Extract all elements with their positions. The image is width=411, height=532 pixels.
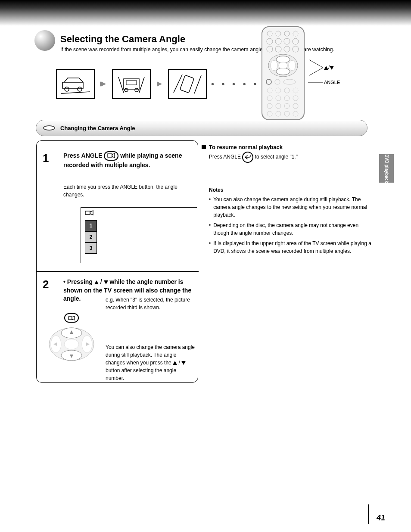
step2-head-before: • Pressing xyxy=(63,278,94,285)
svg-line-56 xyxy=(309,68,323,75)
return-button-icon xyxy=(242,152,253,163)
osd-angle-list: 1 2 3 xyxy=(85,220,97,254)
section-bar-label: Changing the Camera Angle xyxy=(60,125,135,131)
side-tab-label-wrap: DVD playback xyxy=(379,154,394,183)
notes-line-1: Press ANGLE to select angle "1." xyxy=(209,152,373,163)
note-bullet-1: You can also change the camera angle dur… xyxy=(213,196,373,219)
scene-thumb-3 xyxy=(168,69,207,99)
svg-line-12 xyxy=(139,77,144,93)
svg-line-55 xyxy=(309,60,323,68)
remote-label-angle: ANGLE xyxy=(324,80,340,85)
dpad-illustration xyxy=(44,313,100,363)
step-2-body-1: e.g. When "3" is selected, the picture r… xyxy=(106,296,196,311)
angle-button-icon xyxy=(104,151,118,161)
svg-line-3 xyxy=(61,92,90,93)
step-divider xyxy=(37,271,199,272)
remote-label-updown: / xyxy=(324,64,334,70)
svg-point-35 xyxy=(279,62,287,69)
svg-marker-63 xyxy=(72,316,75,320)
arrow-right-icon xyxy=(99,80,108,88)
car-top-icon xyxy=(172,73,203,95)
svg-point-9 xyxy=(125,88,128,92)
remote-illustration xyxy=(259,26,307,121)
angle-button-small-icon xyxy=(64,313,79,323)
dpad-icon xyxy=(46,324,97,363)
decorative-sphere xyxy=(34,30,55,51)
note-bullet-3: If is displayed in the upper right area … xyxy=(213,240,373,255)
note-bullet-2: Depending on the disc, the camera angle … xyxy=(213,221,373,237)
osd-angle-2: 2 xyxy=(85,231,97,243)
side-tab-label: DVD playback xyxy=(384,154,389,183)
svg-marker-61 xyxy=(90,211,93,215)
triangle-up-icon xyxy=(94,278,99,285)
page-number: 41 xyxy=(377,513,385,523)
step2-head-sep: / xyxy=(99,278,104,285)
step-2-number: 2 xyxy=(43,278,49,291)
notes-label: Notes xyxy=(209,186,373,194)
triangle-down-icon xyxy=(104,278,108,285)
triangle-down-icon xyxy=(181,360,186,366)
step1-head-before: Press ANGLE xyxy=(63,152,103,159)
arrow-right-icon xyxy=(155,80,164,88)
osd-angle-1: 1 xyxy=(85,220,97,231)
car-rear-icon xyxy=(116,73,147,95)
angle-scene-row: • • • • • • xyxy=(56,69,270,99)
triangle-up-icon xyxy=(173,360,177,366)
page-number-rule xyxy=(368,504,369,524)
leader-line-dpad xyxy=(309,59,323,76)
svg-rect-8 xyxy=(126,81,137,85)
svg-line-16 xyxy=(194,75,201,93)
square-bullet-icon xyxy=(202,145,206,149)
svg-point-33 xyxy=(271,60,277,71)
svg-marker-59 xyxy=(112,153,115,158)
dvd-oval-icon xyxy=(43,125,55,131)
notes-line1-before: Press ANGLE xyxy=(209,154,242,160)
scene-thumb-1 xyxy=(56,69,95,99)
svg-rect-62 xyxy=(68,317,72,320)
osd-frame xyxy=(81,207,197,263)
steps-panel: 1 Press ANGLE while playing a scene reco… xyxy=(36,140,198,383)
svg-rect-58 xyxy=(108,154,112,157)
osd-angle-3: 3 xyxy=(85,243,97,254)
section-bar: Changing the Camera Angle xyxy=(36,120,367,136)
svg-line-11 xyxy=(118,77,124,93)
step-1-body: Each time you press the ANGLE button, th… xyxy=(63,183,193,199)
notes-heading: To resume normal playback xyxy=(209,144,283,150)
step-2-body-2: You can also change the camera angle dur… xyxy=(106,343,196,382)
svg-rect-60 xyxy=(85,211,90,215)
svg-marker-13 xyxy=(157,81,162,87)
page-header-gradient xyxy=(0,0,411,26)
svg-point-10 xyxy=(135,88,138,92)
notes-list: Notes •You can also change the camera an… xyxy=(209,186,373,255)
car-side-icon xyxy=(60,73,91,95)
svg-point-2 xyxy=(78,87,82,91)
step-1-heading: Press ANGLE while playing a scene record… xyxy=(63,151,193,170)
svg-rect-14 xyxy=(180,75,194,93)
leader-line-angle xyxy=(308,81,323,84)
svg-point-1 xyxy=(65,87,69,91)
scene-thumb-2 xyxy=(112,69,151,99)
osd-camera-icon xyxy=(85,210,93,217)
step-1-number: 1 xyxy=(43,152,49,165)
svg-point-73 xyxy=(64,339,79,349)
notes-line1-after: to select angle "1." xyxy=(255,154,298,160)
step2-body2-after: button after selecting the angle number. xyxy=(106,367,176,381)
svg-point-34 xyxy=(289,60,296,71)
